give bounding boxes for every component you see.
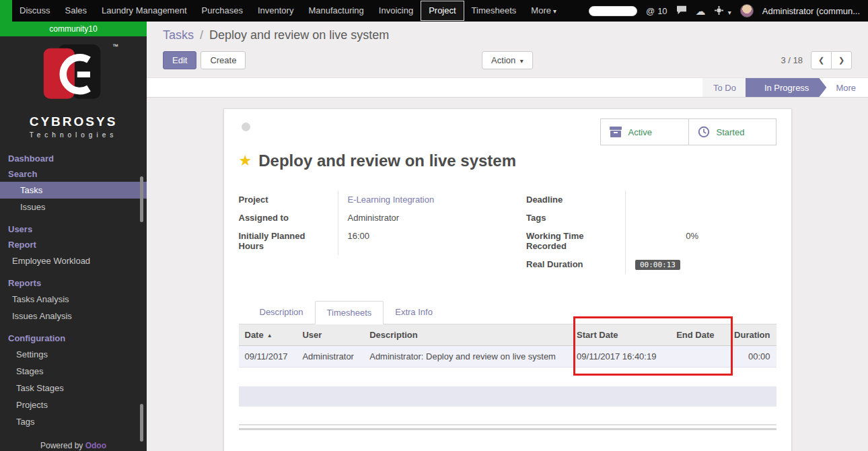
messages-icon[interactable] — [676, 5, 687, 16]
table-header-row: Date▲ User Description Start Date End Da… — [239, 324, 776, 346]
action-dropdown-button[interactable]: Action ▾ — [482, 51, 533, 69]
working-time-field-label: Working Time Recorded — [526, 227, 626, 255]
cybrosys-logo-icon — [36, 44, 110, 109]
sidebar-item-tasks-analysis[interactable]: Tasks Analysis — [0, 291, 147, 308]
sidebar-item-issues[interactable]: Issues — [0, 199, 147, 215]
user-menu[interactable]: Administrator (commun... — [762, 6, 860, 16]
cell-user: Administrator — [296, 346, 363, 368]
date-header-label: Date — [245, 330, 264, 340]
sidebar-item-stages[interactable]: Stages — [0, 363, 147, 380]
sidebar-item-task-stages[interactable]: Task Stages — [0, 380, 147, 396]
deadline-field-label: Deadline — [526, 190, 626, 209]
sidebar-item-employee-workload[interactable]: Employee Workload — [0, 252, 147, 269]
menu-inventory[interactable]: Inventory — [250, 0, 301, 22]
sidebar-item-reports[interactable]: Reports — [0, 275, 147, 291]
kanban-state-icon[interactable] — [242, 123, 250, 131]
pager: 3 / 18 ❮ ❯ — [781, 51, 852, 69]
real-duration-field-label: Real Duration — [526, 255, 626, 274]
project-field-label: Project — [239, 190, 338, 209]
topbar-menus: Discuss Sales Laundry Management Purchas… — [12, 0, 564, 22]
column-header-date[interactable]: Date▲ — [239, 324, 297, 346]
active-stat-label: Active — [628, 127, 652, 137]
create-button[interactable]: Create — [201, 51, 246, 69]
pager-previous-button[interactable]: ❮ — [811, 51, 832, 69]
pager-counter: 3 / 18 — [781, 55, 803, 65]
cell-description: Administrator: Deploy and review on live… — [363, 346, 571, 368]
menu-more[interactable]: More▾ — [523, 0, 564, 22]
column-header-start-date[interactable]: Start Date — [571, 324, 670, 346]
button-row: Edit Create Action ▾ 3 / 18 ❮ ❯ — [163, 51, 852, 69]
cell-date: 09/11/2017 — [239, 346, 297, 368]
pager-next-button[interactable]: ❯ — [831, 51, 852, 69]
edit-button[interactable]: Edit — [163, 51, 196, 69]
sidebar-item-report[interactable]: Report — [0, 237, 147, 252]
project-field-value-link[interactable]: E-Learning Integration — [348, 195, 435, 205]
stage-in-progress[interactable]: In Progress — [746, 78, 826, 97]
task-form-sheet: Active Started ★ Deploy and review on li… — [223, 108, 792, 451]
real-duration-badge: 00:00:13 — [635, 260, 680, 270]
statusbar: To Do In Progress More — [147, 77, 868, 98]
tags-field-label: Tags — [526, 209, 626, 227]
sidebar-item-projects[interactable]: Projects — [0, 396, 147, 413]
sidebar-item-configuration[interactable]: Configuration — [0, 331, 147, 346]
menu-laundry-management[interactable]: Laundry Management — [94, 0, 194, 22]
sidebar-scrollbar[interactable] — [140, 404, 143, 442]
sidebar-item-tags[interactable]: Tags — [0, 413, 147, 430]
control-panel: Tasks / Deploy and review on live system… — [147, 22, 868, 69]
menu-manufacturing[interactable]: Manufacturing — [301, 0, 371, 22]
tab-extra-info[interactable]: Extra Info — [384, 301, 444, 324]
tab-timesheets[interactable]: Timesheets — [315, 301, 384, 324]
column-header-duration[interactable]: Duration — [728, 324, 776, 346]
planned-hours-field-value: 16:00 — [338, 227, 508, 255]
action-label: Action — [491, 55, 515, 65]
menu-invoicing[interactable]: Invoicing — [371, 0, 421, 22]
sidebar-item-tasks[interactable]: Tasks — [0, 182, 147, 199]
working-time-field-value: 0% — [626, 227, 776, 255]
cloud-icon[interactable]: ☁ — [696, 6, 706, 16]
sidebar-menu: Dashboard Search Tasks Issues Users Repo… — [0, 151, 147, 430]
column-header-end-date[interactable]: End Date — [670, 324, 728, 346]
sidebar-item-issues-analysis[interactable]: Issues Analysis — [0, 308, 147, 324]
menu-project[interactable]: Project — [421, 1, 464, 21]
field-group-left: Project E-Learning Integration Assigned … — [239, 190, 508, 274]
menu-sales[interactable]: Sales — [58, 0, 95, 22]
notebook-tabs: Description Timesheets Extra Info — [239, 301, 776, 324]
active-stat-button[interactable]: Active — [601, 119, 688, 145]
menu-purchases[interactable]: Purchases — [194, 0, 250, 22]
user-avatar[interactable] — [740, 4, 754, 18]
form-view: Active Started ★ Deploy and review on li… — [147, 98, 868, 451]
odoo-link[interactable]: Odoo — [85, 441, 106, 450]
menu-timesheets[interactable]: Timesheets — [464, 0, 524, 22]
deadline-field-value — [626, 190, 776, 209]
timesheet-row[interactable]: 09/11/2017 Administrator Administrator: … — [239, 346, 776, 368]
column-header-description[interactable]: Description — [363, 324, 571, 346]
priority-star-icon[interactable]: ★ — [239, 153, 252, 168]
sidebar-item-search[interactable]: Search — [0, 166, 147, 182]
trademark-symbol: ™ — [112, 43, 118, 50]
company-logo: ™ CYBROSYS Technologies — [0, 36, 147, 143]
breadcrumb-tasks-link[interactable]: Tasks — [163, 28, 194, 42]
tools-icon[interactable]: ▾ — [715, 6, 731, 16]
column-header-user[interactable]: User — [296, 324, 363, 346]
sidebar-item-settings[interactable]: Settings — [0, 346, 147, 363]
apps-toggle[interactable] — [0, 0, 12, 22]
separator-line — [239, 424, 776, 425]
sidebar-item-users[interactable]: Users — [0, 221, 147, 237]
tags-field-value — [626, 209, 776, 227]
activities-counter[interactable]: @ 10 — [646, 6, 667, 16]
sort-asc-icon: ▲ — [267, 333, 273, 339]
chevron-right-icon: ❯ — [838, 56, 844, 65]
main-content: Tasks / Deploy and review on live system… — [147, 22, 868, 451]
sidebar-scrollbar[interactable] — [140, 176, 143, 222]
tab-description[interactable]: Description — [248, 301, 315, 324]
planned-hours-field-label: Initially Planned Hours — [239, 227, 338, 255]
timer-pill[interactable] — [589, 6, 637, 16]
systray: @ 10 ☁ ▾ Administrator (commun... — [589, 0, 868, 22]
breadcrumb-separator: / — [200, 28, 203, 42]
sidebar-item-dashboard[interactable]: Dashboard — [0, 151, 147, 166]
chevron-down-icon: ▾ — [553, 7, 556, 15]
started-stat-button[interactable]: Started — [688, 119, 776, 145]
empty-row-strip — [239, 386, 776, 407]
menu-discuss[interactable]: Discuss — [12, 0, 58, 22]
menu-more-label: More — [531, 5, 551, 15]
